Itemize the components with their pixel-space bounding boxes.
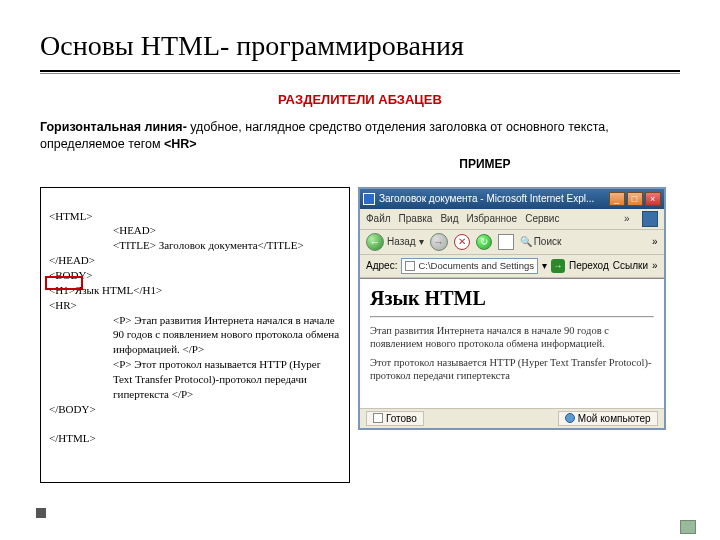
window-title: Заголовок документа - Microsoft Internet…	[379, 193, 594, 204]
code-line: </HTML>	[49, 432, 96, 444]
code-line: </HEAD>	[49, 254, 95, 266]
page-paragraph: Этот протокол называется HTTP (Hyper Tex…	[370, 356, 654, 382]
back-label: Назад	[387, 236, 416, 247]
forward-button[interactable]: →	[430, 233, 448, 251]
go-label[interactable]: Переход	[569, 260, 609, 271]
links-overflow-icon[interactable]: »	[652, 260, 658, 271]
status-zone-label: Мой компьютер	[578, 413, 651, 424]
status-done-label: Готово	[386, 413, 417, 424]
page-content: Язык HTML Этап развития Интернета началс…	[360, 278, 664, 408]
example-label: ПРИМЕР	[290, 157, 680, 171]
footer-bullet-icon	[36, 508, 46, 518]
file-icon	[405, 261, 415, 271]
section-heading: РАЗДЕЛИТЕЛИ АБЗАЦЕВ	[40, 92, 680, 107]
zone-icon	[565, 413, 575, 423]
code-line: <TITLE> Заголовок документа</TITLE>	[49, 238, 341, 253]
status-done: Готово	[366, 411, 424, 426]
browser-window: Заголовок документа - Microsoft Internet…	[358, 187, 666, 430]
menu-edit[interactable]: Правка	[399, 213, 433, 224]
window-titlebar: Заголовок документа - Microsoft Internet…	[360, 189, 664, 209]
address-dropdown-icon[interactable]: ▾	[542, 260, 547, 271]
code-line: <HEAD>	[49, 223, 341, 238]
toolbar-overflow-icon[interactable]: »	[652, 236, 658, 247]
links-button[interactable]: Ссылки	[613, 260, 648, 271]
page-paragraph: Этап развития Интернета начался в начале…	[370, 324, 654, 350]
status-zone: Мой компьютер	[558, 411, 658, 426]
slide-title: Основы HTML- программирования	[40, 30, 680, 62]
code-line-hr: <HR>	[49, 299, 77, 311]
title-divider	[40, 70, 680, 74]
search-button[interactable]: 🔍 Поиск	[520, 236, 562, 247]
toolbar: ← Назад ▾ → ✕ ↻ 🔍 Поиск »	[360, 230, 664, 255]
go-button[interactable]: →	[551, 259, 565, 273]
back-dropdown-icon[interactable]: ▾	[419, 236, 424, 247]
code-line: <P> Этот протокол называется HTTP (Hyper…	[49, 357, 341, 402]
menu-bar: Файл Правка Вид Избранное Сервис »	[360, 209, 664, 230]
code-example-box: <HTML> <HEAD><TITLE> Заголовок документа…	[40, 187, 350, 483]
menu-overflow-icon[interactable]: »	[624, 213, 630, 224]
back-button[interactable]: ← Назад ▾	[366, 233, 424, 251]
home-button[interactable]	[498, 234, 514, 250]
ie-logo-icon	[363, 193, 375, 205]
code-line: <HTML>	[49, 210, 93, 222]
status-bar: Готово Мой компьютер	[360, 408, 664, 428]
code-line: </BODY>	[49, 403, 96, 415]
address-label: Адрес:	[366, 260, 397, 271]
address-bar: Адрес: C:\Documents and Settings ▾ → Пер…	[360, 255, 664, 278]
menu-favorites[interactable]: Избранное	[466, 213, 517, 224]
menu-file[interactable]: Файл	[366, 213, 391, 224]
code-line: <P> Этап развития Интернета начался в на…	[49, 313, 341, 358]
status-page-icon	[373, 413, 383, 423]
address-value: C:\Documents and Settings	[418, 260, 534, 271]
body-bold-term: Горизонтальная линия-	[40, 120, 187, 134]
minimize-button[interactable]: _	[609, 192, 625, 206]
refresh-button[interactable]: ↻	[476, 234, 492, 250]
highlight-box	[45, 276, 83, 290]
search-label: Поиск	[534, 236, 562, 247]
slide-nav-icon[interactable]	[680, 520, 696, 534]
body-paragraph: Горизонтальная линия- удобное, наглядное…	[40, 119, 680, 153]
page-heading: Язык HTML	[370, 287, 654, 310]
close-button[interactable]: ×	[645, 192, 661, 206]
body-tag: <HR>	[164, 137, 197, 151]
menu-view[interactable]: Вид	[440, 213, 458, 224]
address-input[interactable]: C:\Documents and Settings	[401, 258, 538, 274]
menu-tools[interactable]: Сервис	[525, 213, 559, 224]
stop-button[interactable]: ✕	[454, 234, 470, 250]
maximize-button[interactable]: □	[627, 192, 643, 206]
back-arrow-icon: ←	[366, 233, 384, 251]
ie-throbber-icon	[642, 211, 658, 227]
search-icon: 🔍	[520, 236, 532, 247]
page-hr	[370, 316, 654, 318]
